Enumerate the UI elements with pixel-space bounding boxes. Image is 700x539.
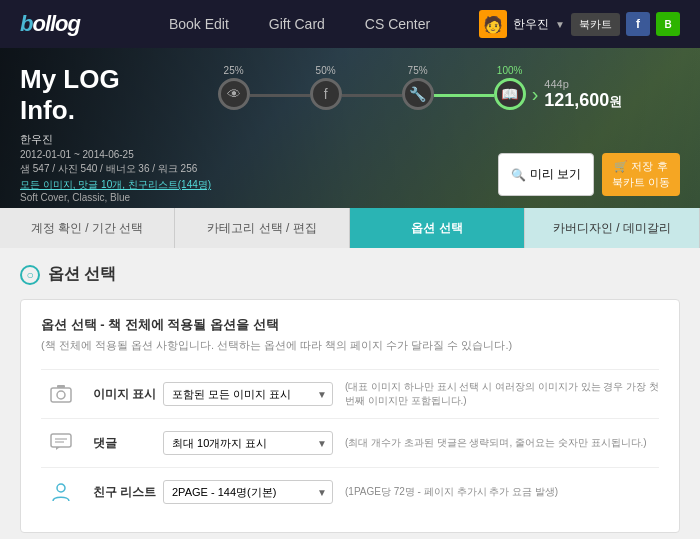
option-select-image[interactable]: 포함된 모든 이미지 표시 대표 이미지만 표시 <box>163 382 333 406</box>
nav-book-edit[interactable]: Book Edit <box>169 16 229 32</box>
option-select-friends-wrap: 2PAGE - 144명(기본) 4PAGE - 288명 ▼ <box>163 480 333 504</box>
option-label-friends: 친구 리스트 <box>93 484 163 501</box>
tab-account[interactable]: 계정 확인 / 기간 선택 <box>0 208 175 248</box>
user-name-label: 한우진 <box>513 16 549 33</box>
step-3-circle: 🔧 <box>402 78 434 110</box>
save-cart-button[interactable]: 🛒 저장 후 북카트 이동 <box>602 153 680 196</box>
header: bollog Book Edit Gift Card CS Center 🧑 한… <box>0 0 700 48</box>
option-select-image-wrap: 포함된 모든 이미지 표시 대표 이미지만 표시 ▼ <box>163 382 333 406</box>
nav-cs-center[interactable]: CS Center <box>365 16 430 32</box>
svg-point-6 <box>57 484 65 492</box>
step-line-3 <box>434 94 494 97</box>
price-value: 121,600원 <box>544 90 622 111</box>
hero-section: My LOG Info. 한우진 2012-01-01 ~ 2014-06-25… <box>0 48 700 208</box>
header-right: 🧑 한우진 ▼ 북카트 f B <box>479 10 680 38</box>
option-row-comments: 댓글 최대 10개까지 표시 댓글 표시 안함 모든 댓글 표시 ▼ (최대 개… <box>41 418 659 467</box>
preview-button[interactable]: 🔍 미리 보기 <box>498 153 594 196</box>
avatar: 🧑 <box>479 10 507 38</box>
main-content: ○ 옵션 선택 옵션 선택 - 책 전체에 적용될 옵션을 선택 (책 전체에 … <box>0 248 700 539</box>
tab-options[interactable]: 옵션 선택 <box>350 208 525 248</box>
cart-icon: 🛒 <box>614 160 628 172</box>
option-label-comments: 댓글 <box>93 435 163 452</box>
tab-cover[interactable]: 카버디자인 / 데미갈리 <box>525 208 700 248</box>
blog-button[interactable]: B <box>656 12 680 36</box>
camera-icon <box>47 380 75 408</box>
option-desc-image: (대표 이미지 하나만 표시 선택 시 여러장의 이미지가 있는 경우 가장 첫… <box>345 380 659 408</box>
option-icon-friends-wrap <box>41 478 81 506</box>
step-2-pct: 50% <box>316 65 336 76</box>
option-row-image: 이미지 표시 포함된 모든 이미지 표시 대표 이미지만 표시 ▼ (대표 이미… <box>41 369 659 418</box>
section-icon: ○ <box>20 265 40 285</box>
svg-rect-0 <box>51 388 71 402</box>
options-box-title: 옵션 선택 - 책 전체에 적용될 옵션을 선택 <box>41 316 659 334</box>
comment-icon <box>47 429 75 457</box>
hero-buttons: 🔍 미리 보기 🛒 저장 후 북카트 이동 <box>498 153 680 196</box>
step-3: 75% 🔧 <box>402 65 434 110</box>
option-icon-comments-wrap <box>41 429 81 457</box>
progress-steps: 25% 👁 50% f 75% 🔧 100% 📖 › <box>160 64 680 111</box>
step-4-circle: 📖 <box>494 78 526 110</box>
circle-icon: ○ <box>26 268 33 282</box>
step-4: 100% 📖 <box>494 65 526 110</box>
step-1-circle: 👁 <box>218 78 250 110</box>
price-display: 444p 121,600원 <box>544 78 622 111</box>
bookart-button[interactable]: 북카트 <box>571 13 620 36</box>
option-icon-image-wrap <box>41 380 81 408</box>
option-desc-friends: (1PAGE당 72명 - 페이지 추가시 추가 요금 발생) <box>345 485 659 499</box>
step-line-2 <box>342 94 402 97</box>
option-select-friends[interactable]: 2PAGE - 144명(기본) 4PAGE - 288명 <box>163 480 333 504</box>
logo[interactable]: bollog <box>20 11 80 37</box>
option-label-image: 이미지 표시 <box>93 386 163 403</box>
options-box-sub: (책 전체에 적용될 옵션 사항입니다. 선택하는 옵션에 따라 책의 페이지 … <box>41 338 659 353</box>
svg-rect-2 <box>57 385 65 388</box>
option-row-friends: 친구 리스트 2PAGE - 144명(기본) 4PAGE - 288명 ▼ (… <box>41 467 659 516</box>
search-icon: 🔍 <box>511 168 526 182</box>
progress-area: 25% 👁 50% f 75% 🔧 100% 📖 › <box>160 64 680 119</box>
step-line-1 <box>250 94 310 97</box>
svg-point-1 <box>57 391 65 399</box>
section-title: 옵션 선택 <box>48 264 116 285</box>
step-2-circle: f <box>310 78 342 110</box>
svg-rect-3 <box>51 434 71 447</box>
step-1: 25% 👁 <box>218 65 250 110</box>
hero-username: 한우진 <box>20 132 680 147</box>
tabs-bar: 계정 확인 / 기간 선택 카테고리 선택 / 편집 옵션 선택 카버디자인 /… <box>0 208 700 248</box>
step-2: 50% f <box>310 65 342 110</box>
user-dropdown-arrow[interactable]: ▼ <box>555 19 565 30</box>
section-header: ○ 옵션 선택 <box>20 264 680 285</box>
price-points: 444p <box>544 78 622 90</box>
step-4-pct: 100% <box>497 65 523 76</box>
options-box: 옵션 선택 - 책 전체에 적용될 옵션을 선택 (책 전체에 적용될 옵션 사… <box>20 299 680 533</box>
step-1-pct: 25% <box>224 65 244 76</box>
option-select-comments-wrap: 최대 10개까지 표시 댓글 표시 안함 모든 댓글 표시 ▼ <box>163 431 333 455</box>
step-3-pct: 75% <box>408 65 428 76</box>
nav-gift-card[interactable]: Gift Card <box>269 16 325 32</box>
tab-category[interactable]: 카테고리 선택 / 편집 <box>175 208 350 248</box>
option-desc-comments: (최대 개수가 초과된 댓글은 생략되며, 줄어요는 숫자만 표시됩니다.) <box>345 436 659 450</box>
price-arrow: › <box>532 83 539 106</box>
price-area: › 444p 121,600원 <box>532 78 623 111</box>
person-icon <box>47 478 75 506</box>
option-select-comments[interactable]: 최대 10개까지 표시 댓글 표시 안함 모든 댓글 표시 <box>163 431 333 455</box>
main-nav: Book Edit Gift Card CS Center <box>120 16 479 32</box>
facebook-button[interactable]: f <box>626 12 650 36</box>
